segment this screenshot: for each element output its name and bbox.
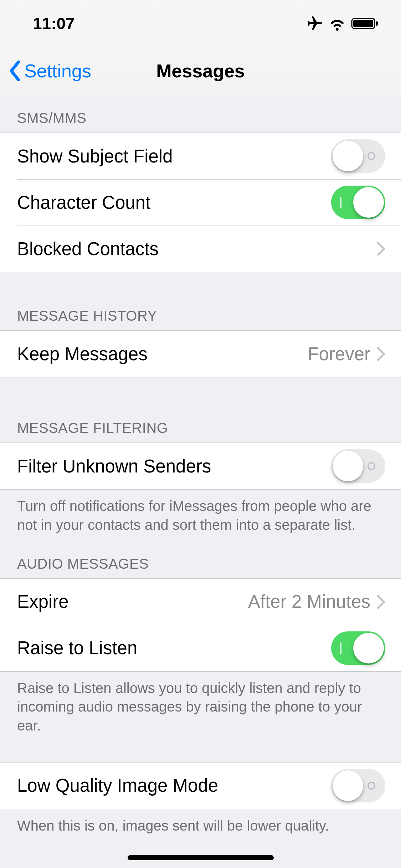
status-time: 11:07 (33, 14, 75, 33)
section-header-sms: SMS/MMS (0, 95, 401, 133)
status-icons (306, 15, 380, 32)
row-expire[interactable]: Expire After 2 Minutes (0, 579, 401, 625)
row-label: Show Subject Field (17, 146, 331, 167)
row-label: Filter Unknown Senders (17, 456, 331, 477)
chevron-right-icon (377, 347, 385, 361)
row-low-quality-image-mode[interactable]: Low Quality Image Mode (0, 763, 401, 809)
footer-audio: Raise to Listen allows you to quickly li… (0, 672, 401, 742)
row-label: Low Quality Image Mode (17, 775, 331, 796)
svg-rect-2 (376, 21, 378, 26)
group-sms: Show Subject Field Character Count Block… (0, 133, 401, 272)
svg-rect-1 (353, 20, 373, 27)
battery-icon (351, 16, 380, 31)
toggle-raise-to-listen[interactable] (331, 631, 385, 665)
toggle-character-count[interactable] (331, 186, 385, 219)
group-history: Keep Messages Forever (0, 330, 401, 377)
toggle-show-subject-field[interactable] (331, 139, 385, 173)
section-header-history: MESSAGE HISTORY (0, 272, 401, 330)
toggle-low-quality-image-mode[interactable] (331, 769, 385, 802)
chevron-right-icon (377, 595, 385, 609)
airplane-mode-icon (306, 15, 323, 32)
wifi-icon (329, 15, 345, 32)
row-label: Expire (17, 591, 248, 612)
group-filtering: Filter Unknown Senders (0, 443, 401, 490)
section-header-filtering: MESSAGE FILTERING (0, 377, 401, 443)
row-character-count[interactable]: Character Count (0, 179, 401, 226)
footer-filtering: Turn off notifications for iMessages fro… (0, 490, 401, 542)
row-value-keep-messages: Forever (308, 343, 370, 365)
back-button[interactable]: Settings (9, 60, 91, 82)
row-filter-unknown-senders[interactable]: Filter Unknown Senders (0, 443, 401, 489)
toggle-filter-unknown-senders[interactable] (331, 449, 385, 483)
footer-low-quality: When this is on, images sent will be low… (0, 809, 401, 842)
row-keep-messages[interactable]: Keep Messages Forever (0, 331, 401, 377)
row-show-subject-field[interactable]: Show Subject Field (0, 133, 401, 179)
nav-bar: Settings Messages (0, 47, 401, 95)
row-label: Keep Messages (17, 343, 308, 365)
home-indicator (128, 855, 274, 860)
group-low-quality: Low Quality Image Mode (0, 762, 401, 809)
row-label: Character Count (17, 192, 331, 213)
section-header-audio: AUDIO MESSAGES (0, 542, 401, 578)
row-label: Raise to Listen (17, 637, 331, 658)
row-raise-to-listen[interactable]: Raise to Listen (0, 625, 401, 671)
status-bar: 11:07 (0, 0, 401, 47)
row-label: Blocked Contacts (17, 238, 377, 259)
row-blocked-contacts[interactable]: Blocked Contacts (0, 226, 401, 272)
back-label: Settings (24, 60, 91, 82)
group-audio: Expire After 2 Minutes Raise to Listen (0, 578, 401, 672)
row-value-expire: After 2 Minutes (248, 591, 370, 612)
chevron-right-icon (377, 242, 385, 256)
chevron-left-icon (9, 61, 21, 81)
